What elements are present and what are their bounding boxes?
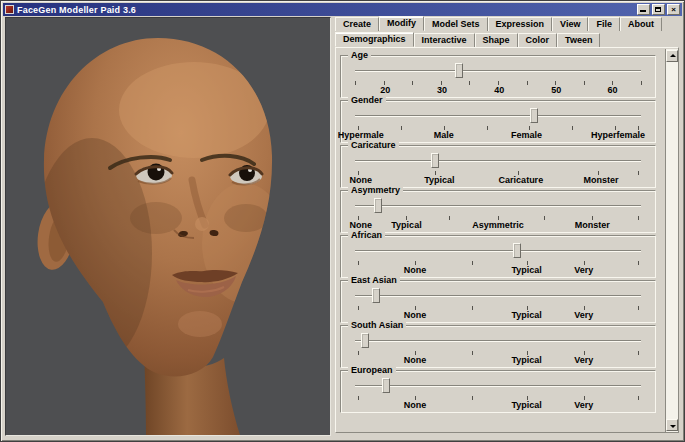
tick-mark bbox=[472, 261, 473, 265]
slider-scale-label: 20 bbox=[380, 85, 390, 95]
slider-scale-label: 30 bbox=[437, 85, 447, 95]
slider-scale-label: Caricature bbox=[499, 175, 544, 185]
slider-scale-label: 40 bbox=[494, 85, 504, 95]
slider-group-european: European NoneTypicalVery bbox=[340, 370, 656, 413]
slider-caricature[interactable]: NoneTypicalCaricatureMonster bbox=[355, 146, 641, 187]
slider-scale-label: Monster bbox=[583, 175, 618, 185]
tab-view[interactable]: View bbox=[552, 17, 588, 31]
slider-group-south-asian: South Asian NoneTypicalVery bbox=[340, 325, 656, 368]
slider-scale-label: Very bbox=[574, 310, 593, 320]
arrow-up-icon bbox=[670, 54, 676, 57]
app-window: FaceGen Modeller Paid 3.6 × bbox=[0, 0, 685, 442]
slider-scale-label: Typical bbox=[424, 175, 454, 185]
slider-scale-label: Very bbox=[574, 265, 593, 275]
scroll-down-button[interactable] bbox=[666, 419, 678, 431]
slider-track[interactable] bbox=[355, 250, 641, 252]
slider-scale-label: None bbox=[404, 400, 427, 410]
tick-mark bbox=[638, 351, 639, 355]
subtab-demographics[interactable]: Demographics bbox=[335, 32, 414, 47]
slider-scale-label: Typical bbox=[511, 310, 541, 320]
slider-scale-label: 60 bbox=[607, 85, 617, 95]
slider-scale-label: 50 bbox=[551, 85, 561, 95]
tick-mark bbox=[469, 81, 470, 85]
tick-mark bbox=[638, 306, 639, 310]
slider-track[interactable] bbox=[355, 115, 641, 117]
slider-scale-label: None bbox=[349, 175, 372, 185]
tab-expression[interactable]: Expression bbox=[488, 17, 553, 31]
slider-thumb[interactable] bbox=[374, 198, 382, 213]
slider-track[interactable] bbox=[355, 295, 641, 297]
subtab-shape[interactable]: Shape bbox=[475, 33, 518, 47]
slider-scale-label: Typical bbox=[511, 355, 541, 365]
slider-group-african: African NoneTypicalVery bbox=[340, 235, 656, 278]
tick-mark bbox=[355, 81, 356, 85]
slider-thumb[interactable] bbox=[513, 243, 521, 258]
subtab-tween[interactable]: Tween bbox=[557, 33, 600, 47]
slider-group-age: Age 2030405060 bbox=[340, 55, 656, 98]
slider-scale-label: Monster bbox=[575, 220, 610, 230]
slider-scale-label: Very bbox=[574, 400, 593, 410]
slider-scale-label: Typical bbox=[511, 400, 541, 410]
slider-gender[interactable]: HypermaleMaleFemaleHyperfemale bbox=[355, 101, 641, 142]
slider-group-east-asian: East Asian NoneTypicalVery bbox=[340, 280, 656, 323]
slider-group-asymmetry: Asymmetry NoneTypicalAsymmetricMonster bbox=[340, 190, 656, 233]
slider-scale-label: Typical bbox=[391, 220, 421, 230]
slider-south-asian[interactable]: NoneTypicalVery bbox=[355, 326, 641, 367]
tick-mark bbox=[572, 126, 573, 130]
slider-track[interactable] bbox=[355, 385, 641, 387]
face-render bbox=[6, 18, 330, 435]
tick-mark bbox=[472, 306, 473, 310]
app-icon bbox=[5, 5, 14, 14]
slider-european[interactable]: NoneTypicalVery bbox=[355, 371, 641, 412]
slider-group-caricature: Caricature NoneTypicalCaricatureMonster bbox=[340, 145, 656, 188]
slider-thumb[interactable] bbox=[431, 153, 439, 168]
slider-thumb[interactable] bbox=[530, 108, 538, 123]
tick-mark bbox=[358, 396, 359, 400]
tab-about[interactable]: About bbox=[620, 17, 662, 31]
tab-create[interactable]: Create bbox=[335, 17, 379, 31]
slider-asymmetry[interactable]: NoneTypicalAsymmetricMonster bbox=[355, 191, 641, 232]
slider-thumb[interactable] bbox=[361, 333, 369, 348]
control-panel: CreateModifyModel SetsExpressionViewFile… bbox=[333, 16, 681, 435]
subtab-interactive[interactable]: Interactive bbox=[414, 33, 475, 47]
tick-mark bbox=[472, 351, 473, 355]
tick-mark bbox=[641, 81, 642, 85]
slider-african[interactable]: NoneTypicalVery bbox=[355, 236, 641, 277]
slider-track[interactable] bbox=[355, 160, 641, 162]
window-title: FaceGen Modeller Paid 3.6 bbox=[17, 5, 136, 15]
tick-mark bbox=[527, 81, 528, 85]
scroll-up-button[interactable] bbox=[666, 50, 678, 62]
tick-mark bbox=[638, 216, 639, 220]
minimize-button[interactable] bbox=[637, 4, 650, 15]
slider-thumb[interactable] bbox=[455, 63, 463, 78]
slider-thumb[interactable] bbox=[372, 288, 380, 303]
slider-group-gender: Gender HypermaleMaleFemaleHyperfemale bbox=[340, 100, 656, 143]
tab-model-sets[interactable]: Model Sets bbox=[424, 17, 488, 31]
demographics-pane: Age 2030405060 Gender HypermaleMaleFemal… bbox=[335, 47, 679, 433]
slider-thumb[interactable] bbox=[382, 378, 390, 393]
slider-track[interactable] bbox=[355, 205, 641, 207]
slider-scale-label: None bbox=[404, 265, 427, 275]
slider-age[interactable]: 2030405060 bbox=[355, 56, 641, 97]
tab-file[interactable]: File bbox=[588, 17, 620, 31]
subtab-color[interactable]: Color bbox=[518, 33, 558, 47]
tick-mark bbox=[401, 126, 402, 130]
title-bar[interactable]: FaceGen Modeller Paid 3.6 × bbox=[3, 3, 682, 16]
slider-track[interactable] bbox=[355, 340, 641, 342]
tick-mark bbox=[358, 306, 359, 310]
maximize-button[interactable] bbox=[652, 4, 665, 15]
sub-tab-bar: DemographicsInteractiveShapeColorTween bbox=[333, 32, 681, 47]
slider-scale-label: None bbox=[404, 355, 427, 365]
slider-scale-label: Typical bbox=[511, 265, 541, 275]
tab-modify[interactable]: Modify bbox=[379, 16, 424, 31]
arrow-down-icon bbox=[670, 425, 676, 428]
close-button[interactable]: × bbox=[667, 4, 680, 15]
slider-east-asian[interactable]: NoneTypicalVery bbox=[355, 281, 641, 322]
slider-scale-label: Male bbox=[434, 130, 454, 140]
tick-mark bbox=[638, 396, 639, 400]
slider-track[interactable] bbox=[355, 70, 641, 72]
panel-scrollbar[interactable] bbox=[665, 49, 678, 432]
face-3d-viewport[interactable] bbox=[5, 17, 331, 436]
tick-mark bbox=[358, 261, 359, 265]
slider-scale-label: Female bbox=[511, 130, 542, 140]
